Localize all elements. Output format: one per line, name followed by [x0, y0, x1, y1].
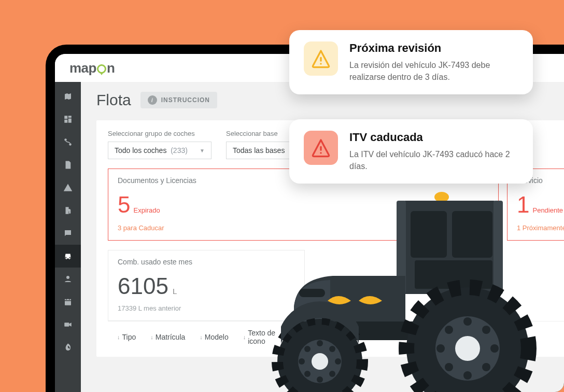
- svg-point-7: [320, 152, 321, 153]
- chevron-down-icon: ▼: [200, 148, 205, 153]
- th-modelo[interactable]: ↓Modelo: [200, 329, 228, 345]
- svg-point-5: [320, 63, 321, 64]
- page-title: Flota: [96, 91, 131, 109]
- svg-rect-3: [65, 299, 71, 305]
- warning-icon: [304, 41, 338, 76]
- th-tipo[interactable]: ↓Tipo: [117, 329, 136, 345]
- app-screen: mapn Flota: [55, 54, 564, 392]
- nav-fuel[interactable]: [55, 199, 81, 222]
- info-icon: i: [148, 95, 157, 105]
- alert-icon: [304, 131, 338, 165]
- th-icono[interactable]: ↓Texto de icono: [243, 329, 285, 345]
- toast-itv-body: La ITV del vehículo JK-7493 caducó hace …: [349, 148, 518, 172]
- svg-rect-6: [320, 57, 321, 62]
- fleet-table-header: ↓Tipo ↓Matrícula ↓Modelo ↓Texto de icono: [108, 321, 564, 347]
- svg-point-2: [66, 276, 69, 279]
- toast-itv-title: ITV caducada: [349, 131, 518, 144]
- nav-routes[interactable]: [55, 131, 81, 153]
- nav-calendar[interactable]: [55, 290, 81, 313]
- card-fuel-sub: 17339 L mes anterior: [118, 304, 295, 312]
- svg-rect-4: [64, 323, 69, 327]
- th-matricula[interactable]: ↓Matrícula: [150, 329, 185, 345]
- nav-dashboard[interactable]: [55, 108, 81, 131]
- nav-users[interactable]: [55, 268, 81, 290]
- nav-eco[interactable]: [55, 336, 81, 359]
- card-fuel-title: Comb. usado este mes: [118, 258, 295, 266]
- filter-vehicle-group: Seleccionar grupo de coches Todo los coc…: [108, 130, 212, 159]
- nav-map[interactable]: [55, 85, 81, 108]
- filter-group-label: Seleccionar grupo de coches: [108, 130, 212, 137]
- toast-itv[interactable]: ITV caducada La ITV del vehículo JK-7493…: [289, 119, 533, 184]
- left-sidebar: [55, 82, 81, 392]
- nav-fleet[interactable]: [55, 245, 81, 268]
- brand-logo: mapn: [69, 60, 115, 76]
- logo-pin-icon: [97, 64, 106, 74]
- toast-revision-body: La revisión del vehículo JK-7493 debe re…: [349, 59, 518, 83]
- nav-messages[interactable]: [55, 222, 81, 245]
- svg-point-1: [69, 143, 72, 146]
- toast-revision-title: Próxima revisión: [349, 41, 518, 55]
- instruction-button[interactable]: i INSTRUCCION: [140, 92, 217, 108]
- nav-video[interactable]: [55, 313, 81, 336]
- instruction-button-label: INSTRUCCION: [161, 96, 210, 104]
- select-vehicle-group[interactable]: Todo los coches (233) ▼: [108, 142, 212, 159]
- nav-documents[interactable]: [55, 153, 81, 176]
- card-documents-sub: 3 para Caducar: [118, 224, 489, 232]
- svg-rect-8: [320, 146, 321, 151]
- svg-point-0: [64, 138, 67, 141]
- card-fuel[interactable]: Comb. usado este mes 6105L 17339 L mes a…: [108, 250, 305, 321]
- nav-alerts[interactable]: [55, 176, 81, 199]
- toast-revision[interactable]: Próxima revisión La revisión del vehícul…: [289, 30, 533, 94]
- card-service-sub: 1 Próximamente: [517, 224, 564, 232]
- tablet-frame: mapn Flota: [46, 45, 564, 392]
